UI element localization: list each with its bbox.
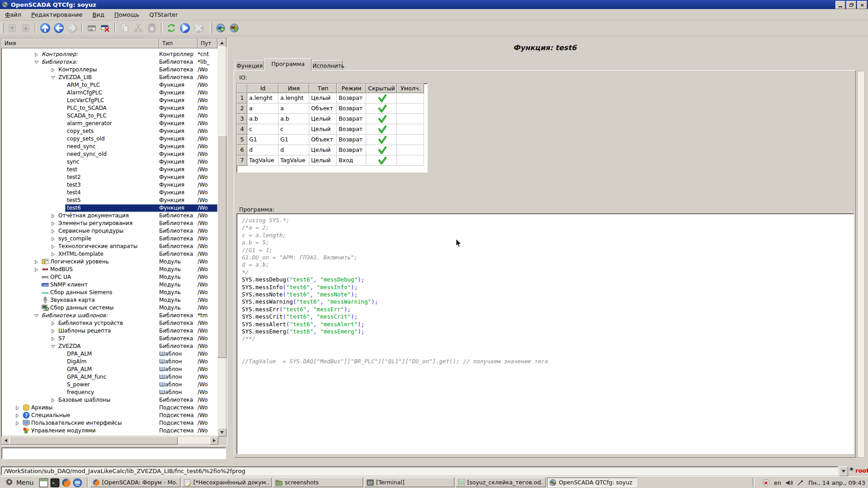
taskbar-task-2[interactable]: [*Несохранённый докум... <box>182 478 272 487</box>
io-col-header[interactable]: Скрытый <box>366 84 397 93</box>
tree-row-шаблоны-рецепта[interactable]: Шаблоны рецептаБиблиотека .../Wo <box>2 327 217 335</box>
io-cell[interactable]: Возврат <box>337 93 366 103</box>
io-cell[interactable]: a.lenght <box>278 93 309 103</box>
expander-open-icon[interactable] <box>34 313 39 318</box>
tree-row-пользовательские-интерфейсы[interactable]: Пользовательские интерфейсыПодсистема/Wo <box>2 419 217 427</box>
io-col-header[interactable]: Режим <box>337 84 366 93</box>
program-code-editor[interactable]: //using SYS.*;/*a = 2;c = a.length;a.b =… <box>236 213 854 454</box>
shield-error-icon[interactable] <box>762 479 770 487</box>
tree-row-test4[interactable]: test4Функция/Wo <box>2 189 217 197</box>
clock[interactable]: Пн., 14 апр., 09:43 <box>808 479 865 486</box>
tree-row-xhtml-template[interactable]: XHTML-templateБиблиотека/Wo <box>2 250 217 258</box>
tree-row-test3[interactable]: test3Функция/Wo <box>2 181 217 189</box>
menu-item-редактирование[interactable]: Редактирование <box>26 10 87 19</box>
expander-closed-icon[interactable] <box>34 267 39 272</box>
expander-closed-icon[interactable] <box>51 213 56 218</box>
tree-row-arm_to_plc[interactable]: ARM_to_PLCФункция/Wo <box>2 81 217 89</box>
tree-vscroll-slider[interactable] <box>217 136 226 358</box>
io-row-header[interactable]: 2 <box>237 103 247 114</box>
tree-row-gpa_alm_func[interactable]: GPA_ALM_funcШаблон/Wo <box>2 373 217 381</box>
io-cell[interactable]: d <box>278 145 309 155</box>
restore-button[interactable] <box>846 1 856 9</box>
taskbar-menu-button[interactable]: Menu <box>0 478 38 487</box>
io-cell[interactable] <box>397 103 424 114</box>
expander-closed-icon[interactable] <box>51 221 56 226</box>
expander-closed-icon[interactable] <box>51 236 56 241</box>
io-cell[interactable] <box>397 124 424 135</box>
right-panel-scrollbar[interactable] <box>857 71 865 458</box>
tree-row-контроллеры[interactable]: КонтроллерыБиблиотека/Wo <box>2 66 217 74</box>
io-cell[interactable]: Целый <box>309 93 337 103</box>
tree-row-библиотека-шаблонов-[interactable]: Библиотека шаблонов:Библиотека ...*tm <box>2 312 217 319</box>
status-dropdown-button[interactable] <box>839 466 848 476</box>
tree-row-locvarcfgplc[interactable]: LocVarCfgPLCФункция/Wo <box>2 97 217 104</box>
io-row-header[interactable]: 4 <box>237 124 247 135</box>
tree-row-test2[interactable]: test2Функция/Wo <box>2 174 217 181</box>
io-table[interactable]: IdИмяТипРежимСкрытыйУмолч.1a.lenghta.len… <box>236 83 428 173</box>
window-titlebar[interactable]: OpenSCADA QTCfg: soyuz × <box>0 0 868 9</box>
expander-closed-icon[interactable] <box>51 321 56 326</box>
firefox-launcher[interactable] <box>61 478 71 488</box>
taskbar-task-5[interactable]: [soyuz_склейка_тегов.od... <box>456 478 546 487</box>
tree-hscroll-slider[interactable] <box>9 436 178 445</box>
tree-row-логический-уровень[interactable]: Логический уровеньМодуль/Wo <box>2 258 217 266</box>
start-button[interactable] <box>179 22 191 34</box>
io-col-header[interactable]: Умолч. <box>397 84 424 93</box>
back-button[interactable] <box>53 22 65 34</box>
tree-row-test6[interactable]: test6Функция/Wo <box>2 204 217 212</box>
taskbar-task-4[interactable]: >_[Terminal] <box>364 478 454 487</box>
toolbar-handle[interactable] <box>1 23 4 33</box>
io-cell[interactable]: TagValue <box>247 155 278 166</box>
tree-row-frequency[interactable]: frequencyШаблон/Wo <box>2 389 217 396</box>
io-hidden-checkbox[interactable] <box>366 155 397 166</box>
io-cell[interactable]: c <box>278 124 309 135</box>
io-col-header[interactable]: Id <box>247 84 278 93</box>
tree-row-digalm[interactable]: DigAlmШаблон/Wo <box>2 358 217 366</box>
io-cell[interactable]: Возврат <box>337 124 366 135</box>
menu-item-помощь[interactable]: Помощь <box>109 10 144 19</box>
io-cell[interactable]: a <box>247 103 278 114</box>
io-col-header[interactable] <box>237 84 247 93</box>
tree-header-type[interactable]: Тип <box>159 38 198 48</box>
qtstarter-work-button[interactable] <box>215 22 226 34</box>
io-col-header[interactable]: Тип <box>309 84 337 93</box>
tree-row-сервисные-процедуры[interactable]: Сервисные процедурыБиблиотека/Wo <box>2 227 217 235</box>
tree-row-snmp-клиент[interactable]: SNMPSNMP клиентМодуль/Wo <box>2 281 217 289</box>
io-row-header[interactable]: 1 <box>237 93 247 103</box>
tree-vscroll-down-button[interactable] <box>217 428 226 436</box>
io-cell[interactable]: Целый <box>309 155 337 166</box>
io-cell[interactable]: G1 <box>278 135 309 145</box>
io-cell[interactable]: a.b <box>247 114 278 124</box>
tree-row-технологические-аппараты[interactable]: Технологические аппаратыБиблиотека/Wo <box>2 243 217 250</box>
current-user-label[interactable]: root <box>855 467 868 474</box>
tree-row-базовые-шаблоны[interactable]: Базовые шаблоныБиблиотека .../Wo <box>2 396 217 404</box>
io-col-header[interactable]: Имя <box>278 84 309 93</box>
toolbar-handle[interactable] <box>210 23 212 33</box>
expander-open-icon[interactable] <box>51 344 56 349</box>
tree-row-sync[interactable]: syncФункция/Wo <box>2 158 217 166</box>
io-cell[interactable]: Возврат <box>337 135 366 145</box>
tree-row-test[interactable]: testФункция/Wo <box>2 166 217 174</box>
close-button[interactable]: × <box>857 1 867 9</box>
tree-row-библиотека-[interactable]: Библиотека:Библиотека*lib_ <box>2 58 217 66</box>
expander-closed-icon[interactable] <box>15 405 20 410</box>
io-hidden-checkbox[interactable] <box>366 114 397 124</box>
io-cell[interactable] <box>397 93 424 103</box>
tree-row-управление-модулями[interactable]: Управление модулямиПодсистема/Wo <box>2 427 217 435</box>
tree-row-сбор-данных-системы[interactable]: Сбор данных системыМодуль/Wo <box>2 304 217 312</box>
up-button[interactable] <box>39 22 51 34</box>
io-cell[interactable]: Возврат <box>337 114 366 124</box>
tree-row-alarm_generator[interactable]: alarm_generatorФункция/Wo <box>2 120 217 127</box>
io-cell[interactable]: Целый <box>309 124 337 135</box>
expander-closed-icon[interactable] <box>51 328 56 333</box>
tree-row-элементы-регулирования[interactable]: Элементы регулированияБиблиотека/Wo <box>2 220 217 227</box>
io-hidden-checkbox[interactable] <box>366 93 397 103</box>
expander-closed-icon[interactable] <box>51 252 56 257</box>
remote-desktop-launcher[interactable] <box>73 478 82 488</box>
tree-row-test5[interactable]: test5Функция/Wo <box>2 197 217 204</box>
minimize-button[interactable] <box>835 1 845 9</box>
io-cell[interactable]: Целый <box>309 114 337 124</box>
delete-item-button[interactable] <box>99 22 111 34</box>
tree-row-сбор-данных-siemens[interactable]: SIEMENSСбор данных SiemensМодуль/Wo <box>2 289 217 296</box>
tree-row-scada_to_plc[interactable]: SCADA_to_PLCФункция/Wo <box>2 112 217 120</box>
